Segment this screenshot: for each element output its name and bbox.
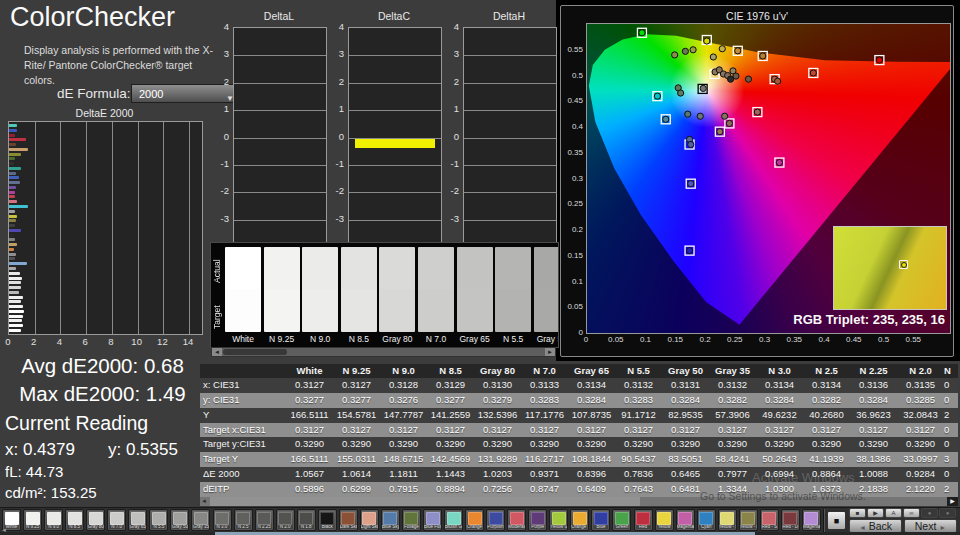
patch-Red[interactable]: Red <box>634 509 653 531</box>
watermark-line1: Activate Windows <box>752 470 855 485</box>
patch-N 1.8[interactable]: N 1.8 <box>297 509 316 531</box>
de-bar <box>9 262 27 265</box>
patch-Light Skin[interactable]: Light Skin <box>360 509 379 531</box>
patch-Gray 50[interactable]: Gray 50 <box>170 509 189 531</box>
de-bar <box>9 234 14 237</box>
rgb-triplet-label: RGB Triplet: 235, 235, 16 <box>793 312 945 327</box>
de-bar <box>9 248 14 251</box>
de-bar <box>9 253 16 256</box>
patch-Magenta - S[interactable]: Magenta - S <box>802 509 821 531</box>
cie-measured-point <box>726 120 732 126</box>
deltac-chart: DeltaC 43210-1-2-3-4 <box>320 10 444 255</box>
de-bar <box>9 186 16 189</box>
patch-Yellow - D[interactable]: Yellow - D <box>739 509 758 531</box>
patch-N 8.5[interactable]: N 8.5 <box>65 509 84 531</box>
patch-Gray 80[interactable]: Gray 80 <box>86 509 105 531</box>
table-header-row: WhiteN 9.25N 9.0N 8.5Gray 80N 7.0Gray 65… <box>200 364 958 378</box>
target-row-label: Target <box>212 295 223 339</box>
patch-Gray 35[interactable]: Gray 35 <box>191 509 210 531</box>
back-icon: ◄ <box>859 524 866 531</box>
patch-Purplish Blue[interactable]: Purplish Blue <box>486 509 505 531</box>
meter-mini-button-2[interactable]: A <box>885 508 902 518</box>
deltae-plot <box>8 121 203 335</box>
patch-N 2.0[interactable]: N 2.0 <box>276 509 295 531</box>
cie-measured-point <box>775 78 781 84</box>
current-fl: fL: 44.73 <box>5 463 63 480</box>
cie-measured-point <box>690 47 696 53</box>
patch-Red - D[interactable]: Red - D <box>781 509 800 531</box>
patch-Gray 65[interactable]: Gray 65 <box>128 509 147 531</box>
patch-Red - S[interactable]: Red - S <box>760 509 779 531</box>
de-bar <box>9 124 17 127</box>
de-formula-value: 2000 <box>139 88 163 100</box>
cie-chart-title: CIE 1976 u'v' <box>561 10 953 22</box>
meter-mini-button-5[interactable]: ● <box>939 508 956 518</box>
cie-measured-point <box>810 70 816 76</box>
patch-Yellow[interactable]: Yellow <box>655 509 674 531</box>
patch-Green[interactable]: Green <box>612 509 631 531</box>
meter-mini-button-3[interactable]: ∞ <box>903 508 920 518</box>
patch-Blue[interactable]: Blue <box>591 509 610 531</box>
swatch-scroll-thumb[interactable] <box>223 349 287 355</box>
deltah-chart: DeltaH 43210-1-2-3-4 <box>435 10 559 255</box>
de-bar <box>9 229 21 232</box>
cie-zoom-inset <box>833 226 947 310</box>
patch-Yellow Green[interactable]: Yellow Green <box>549 509 568 531</box>
de-bar <box>9 143 16 146</box>
cie-panel: CIE 1976 u'v' RGB Triplet: 235, 235, 16 … <box>560 5 954 357</box>
swatch-N 7.0: N 7.0 <box>418 247 454 344</box>
de-bar <box>9 277 22 280</box>
patch-N 2.25[interactable]: N 2.25 <box>255 509 274 531</box>
patch-Purple[interactable]: Purple <box>528 509 547 531</box>
de-bar <box>9 153 21 156</box>
swatch-Gray 80: Gray 80 <box>379 247 415 344</box>
patch-Cyan[interactable]: Cyan <box>697 509 716 531</box>
swatch-scrollbar[interactable]: ◄ ► <box>211 347 556 357</box>
current-x: x: 0.4379 <box>5 440 75 460</box>
swatch-Gray 65: Gray 65 <box>457 247 493 344</box>
patch-N 9.0[interactable]: N 9.0 <box>44 509 63 531</box>
cie-measured-point <box>735 48 741 54</box>
patch-N 3.0[interactable]: N 3.0 <box>213 509 232 531</box>
patch-Dark Skin[interactable]: Dark Skin <box>339 509 358 531</box>
de-bar <box>9 195 15 198</box>
patch-Foliage[interactable]: Foliage <box>402 509 421 531</box>
table-scroll-thumb[interactable] <box>210 497 640 506</box>
de-bar <box>9 272 20 275</box>
meter-mini-button-1[interactable]: ▶ <box>867 508 884 518</box>
meter-mini-button-0[interactable]: ■ <box>849 508 866 518</box>
de-bar <box>9 167 21 170</box>
swatch-N 5.5: N 5.5 <box>495 247 531 344</box>
patch-N 7.0[interactable]: N 7.0 <box>107 509 126 531</box>
cie-measured-point <box>717 129 723 135</box>
scroll-left-icon[interactable]: ◄ <box>212 348 222 356</box>
max-de2000: Max dE2000: 1.49 <box>0 382 205 406</box>
de-bar <box>9 148 28 151</box>
cie-measured-point <box>672 52 678 58</box>
patch-N 9.25[interactable]: N 9.25 <box>23 509 42 531</box>
patch-N 5.5[interactable]: N 5.5 <box>149 509 168 531</box>
patch-Bluish Green[interactable]: Bluish Green <box>444 509 463 531</box>
patch-Orange[interactable]: Orange <box>465 509 484 531</box>
patch-Blue Sky[interactable]: Blue Sky <box>381 509 400 531</box>
swatch-Gray 50: Gray 50 <box>534 247 559 344</box>
patch-Blue Flower[interactable]: Blue Flower <box>423 509 442 531</box>
patch-Magenta[interactable]: Magenta <box>676 509 695 531</box>
patch-Black[interactable]: Black <box>318 509 337 531</box>
patch-N 2.5[interactable]: N 2.5 <box>234 509 253 531</box>
de-bar <box>9 134 15 137</box>
patch-Moderate Red[interactable]: Moderate Red <box>507 509 526 531</box>
scroll-right-icon[interactable]: ► <box>545 348 555 356</box>
stop-button[interactable]: ■ <box>827 511 846 530</box>
back-button[interactable]: ◄ Back <box>849 519 902 533</box>
patch-Yellow - S[interactable]: Yellow - S <box>718 509 737 531</box>
de-bar <box>9 324 23 327</box>
description-text: Display analysis is performed with the X… <box>24 43 216 89</box>
table-scroll-right-icon[interactable]: ▶ <box>947 497 958 506</box>
de-bar <box>9 138 26 141</box>
meter-mini-button-4[interactable]: ● <box>921 508 938 518</box>
next-button[interactable]: Next ► <box>904 519 957 533</box>
patch-Orange Yellow[interactable]: Orange Yellow <box>570 509 589 531</box>
table-scroll-left-icon[interactable]: ◄ <box>201 498 207 504</box>
actual-row-label: Actual <box>212 249 223 293</box>
